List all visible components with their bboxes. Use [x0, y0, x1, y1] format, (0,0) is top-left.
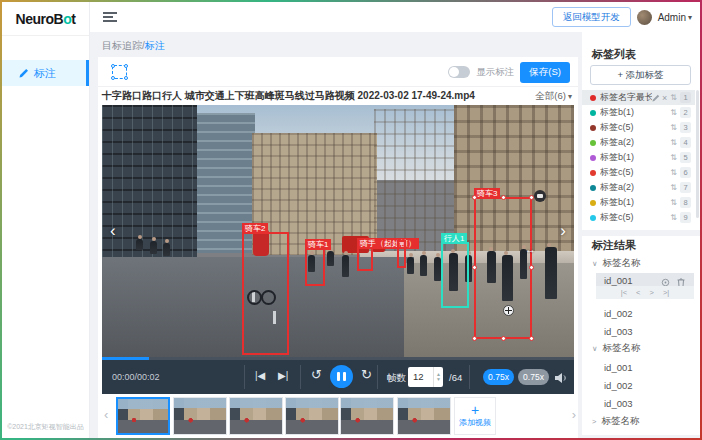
- video-next-icon[interactable]: ›: [560, 221, 566, 241]
- bounding-box[interactable]: 行人1: [441, 242, 469, 308]
- caret-down-icon: ▾: [568, 92, 572, 101]
- video-thumbnail[interactable]: [285, 397, 339, 435]
- result-item-id: id_003: [604, 398, 633, 409]
- divider: [300, 365, 301, 389]
- result-group-header[interactable]: >标签名称: [592, 415, 639, 428]
- scene-figure: [136, 239, 143, 250]
- filter-dropdown[interactable]: 全部(6)▾: [535, 90, 572, 103]
- resize-handle[interactable]: [472, 195, 477, 200]
- label-row[interactable]: 标签b(1) ⇅ 5: [582, 150, 695, 165]
- resize-handle[interactable]: [501, 195, 506, 200]
- pause-button[interactable]: [330, 365, 353, 388]
- result-item[interactable]: id_002: [582, 306, 700, 322]
- label-list-title: 标签列表: [592, 47, 636, 62]
- scene-figure: [545, 247, 557, 299]
- rewind-10-button[interactable]: ↺: [311, 367, 322, 382]
- shortcut-arrows-icon: ⇅: [670, 108, 677, 117]
- bounding-box-label: 行人1: [441, 233, 467, 244]
- bounding-box[interactable]: [397, 240, 406, 268]
- frame-number-input[interactable]: 12 ▲▼: [408, 367, 443, 387]
- frame-pagination: |< < > >|: [596, 286, 694, 299]
- shortcut-key: 6: [680, 167, 691, 178]
- add-video-button[interactable]: + 添加视频: [454, 397, 496, 435]
- breadcrumb-current: 标注: [145, 40, 165, 51]
- rect-select-tool-icon[interactable]: [112, 65, 127, 79]
- label-list-section: 标签列表 + 添加标签 标签名字最长数... × ⇅ 1 标签b(1) ⇅ 2: [582, 32, 700, 230]
- label-color-dot: [590, 155, 596, 161]
- sidebar-item-annotate[interactable]: 标注: [2, 60, 89, 86]
- app-window: NeuroBot 标注 ©2021北京矩视智能出品 返回模型开发 Admin▾ …: [2, 2, 700, 438]
- video-prev-icon[interactable]: ‹: [110, 221, 116, 241]
- volume-icon[interactable]: [554, 370, 568, 388]
- scene-figure: [420, 255, 427, 276]
- delete-label-icon[interactable]: ×: [662, 93, 667, 103]
- annotation-results-section: 标注结果 ∨标签名称 id_001 |< < > >| id_002 id_00…: [582, 236, 700, 435]
- scene-figure: [150, 241, 157, 254]
- topbar: 返回模型开发 Admin▾: [90, 2, 700, 32]
- label-row[interactable]: 标签c(5) ⇅ 9: [582, 210, 695, 225]
- thumbs-next-icon[interactable]: ›: [572, 407, 576, 422]
- topbar-right: 返回模型开发 Admin▾: [552, 2, 692, 32]
- result-item[interactable]: id_002: [582, 378, 700, 394]
- stepper-icons[interactable]: ▲▼: [433, 367, 443, 387]
- next-frame-button[interactable]: ▶|: [278, 370, 288, 381]
- label-color-dot: [590, 200, 596, 206]
- scrollbar[interactable]: [696, 90, 699, 218]
- label-row[interactable]: 标签b(1) ⇅ 8: [582, 195, 695, 210]
- prev-page-icon[interactable]: <: [636, 288, 640, 297]
- result-item[interactable]: id_003: [582, 324, 700, 340]
- last-frame-icon[interactable]: >|: [663, 288, 669, 297]
- resize-handle[interactable]: [529, 265, 534, 270]
- resize-handle[interactable]: [529, 336, 534, 341]
- frame-number-value: 12: [413, 371, 424, 382]
- video-thumbnail-selected[interactable]: [116, 397, 170, 435]
- user-menu[interactable]: Admin▾: [658, 12, 692, 23]
- frame-total-label: /64: [449, 372, 462, 383]
- bounding-box-selected[interactable]: 骑车3: [474, 197, 532, 339]
- label-row[interactable]: 标签c(5) ⇅ 3: [582, 120, 695, 135]
- result-group-header[interactable]: ∨标签名称: [592, 342, 641, 355]
- result-item[interactable]: id_003: [582, 396, 700, 412]
- edit-label-icon[interactable]: [652, 94, 660, 102]
- label-row[interactable]: 标签a(2) ⇅ 7: [582, 180, 695, 195]
- label-row[interactable]: 标签a(2) ⇅ 4: [582, 135, 695, 150]
- bounding-box[interactable]: 骑手（起始帧）: [357, 247, 373, 271]
- show-annotations-toggle[interactable]: [448, 66, 470, 78]
- resize-handle[interactable]: [472, 265, 477, 270]
- bounding-box[interactable]: 骑车2: [242, 232, 289, 355]
- label-row[interactable]: 标签b(1) ⇅ 2: [582, 105, 695, 120]
- shortcut-arrows-icon: ⇅: [670, 153, 677, 162]
- scene-figure: [434, 257, 441, 281]
- next-page-icon[interactable]: >: [650, 288, 654, 297]
- avatar[interactable]: [637, 10, 652, 25]
- add-label-button[interactable]: + 添加标签: [590, 65, 691, 85]
- thumbs-prev-icon[interactable]: ‹: [104, 407, 108, 422]
- speed-pill-active[interactable]: 0.75x: [483, 369, 514, 385]
- label-color-dot: [590, 110, 596, 116]
- prev-frame-button[interactable]: |◀: [255, 370, 265, 381]
- breadcrumb-parent[interactable]: 目标追踪: [102, 40, 142, 51]
- annotation-toolbar: 显示标注 保存(S): [98, 57, 578, 87]
- label-row-selected[interactable]: 标签名字最长数... × ⇅ 1: [582, 90, 695, 105]
- result-group-header[interactable]: ∨标签名称: [592, 257, 641, 270]
- result-item[interactable]: id_001: [582, 360, 700, 376]
- back-to-model-dev-button[interactable]: 返回模型开发: [552, 7, 631, 27]
- thumbnail-image: [398, 398, 450, 434]
- box-camera-icon[interactable]: [534, 190, 546, 202]
- video-thumbnail[interactable]: [397, 397, 451, 435]
- first-frame-icon[interactable]: |<: [621, 288, 627, 297]
- label-row[interactable]: 标签c(5) ⇅ 6: [582, 165, 695, 180]
- forward-10-button[interactable]: ↻: [361, 367, 372, 382]
- video-thumbnail[interactable]: [340, 397, 394, 435]
- video-thumbnail[interactable]: [229, 397, 283, 435]
- bounding-box[interactable]: 骑车1: [305, 248, 325, 286]
- video-thumbnail[interactable]: [173, 397, 227, 435]
- video-frame[interactable]: ‹ › 骑车2 骑车1 骑手（起始帧） 行人1 骑车3: [102, 105, 574, 357]
- move-cursor-icon: ↔: [525, 243, 536, 255]
- label-color-dot: [590, 125, 596, 131]
- speed-pill[interactable]: 0.75x: [518, 369, 549, 385]
- menu-fold-icon[interactable]: [103, 12, 117, 23]
- resize-handle[interactable]: [472, 336, 477, 341]
- save-button[interactable]: 保存(S): [520, 62, 570, 83]
- resize-handle[interactable]: [501, 336, 506, 341]
